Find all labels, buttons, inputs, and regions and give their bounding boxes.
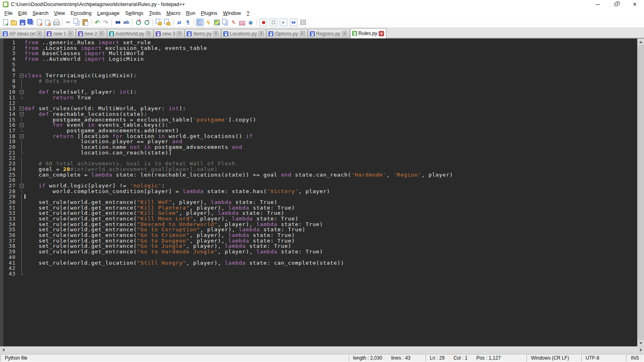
folder-workspace-icon[interactable] <box>238 19 246 26</box>
code-line[interactable]: 33 set_rule(world.get_entrance("Kill Moo… <box>3 216 637 222</box>
menu-item-run[interactable]: Run <box>183 10 198 17</box>
status-insert-mode[interactable]: INS <box>626 354 644 362</box>
code-line[interactable]: 23 # 88 total achievements. Goal is to d… <box>3 161 637 167</box>
fold-collapse-icon[interactable] <box>18 106 25 111</box>
new-file-icon[interactable] <box>2 19 9 26</box>
macro-save-icon[interactable] <box>299 19 307 26</box>
code-line[interactable]: 19 location.player == player and <box>3 139 637 144</box>
tab-autoworld-py[interactable]: AutoWorld.py× <box>107 29 154 38</box>
replace-icon[interactable] <box>122 19 130 26</box>
code-line[interactable]: 14 def reachable_locations(state): <box>3 111 637 117</box>
word-wrap-icon[interactable] <box>175 19 183 26</box>
tab-options-py[interactable]: Options.py× <box>266 29 307 38</box>
vertical-scroll-track[interactable] <box>638 45 644 340</box>
copy-icon[interactable] <box>73 19 80 26</box>
tab-new-3[interactable]: new 3× <box>154 29 184 38</box>
close-file-icon[interactable] <box>35 19 43 26</box>
code-line[interactable]: 5 <box>3 62 637 68</box>
code-line[interactable]: 18 return [location for location in worl… <box>3 134 637 139</box>
code-line[interactable]: 38 set_rule(world.get_entrance("Go to Ju… <box>3 243 637 249</box>
code-line[interactable]: 29 <box>3 194 637 200</box>
code-line[interactable]: 17 postgame_advancements.add(event) <box>3 128 637 134</box>
code-line[interactable]: 15 postgame_advancements = exclusion_tab… <box>3 117 637 123</box>
close-button[interactable] <box>625 0 644 9</box>
menu-item-plugins[interactable]: Plugins <box>198 10 220 17</box>
sync-vertical-icon[interactable] <box>155 19 163 26</box>
code-line[interactable]: 4from ..AutoWorld import LogicMixin <box>3 56 637 62</box>
code-line[interactable]: 16 for event in events_table.keys(): <box>3 122 637 128</box>
close-tab-icon[interactable]: × <box>300 31 305 36</box>
function-list-icon[interactable] <box>204 19 212 26</box>
menu-item-window[interactable]: Window <box>220 10 244 17</box>
show-all-chars-icon[interactable] <box>184 19 192 26</box>
code-line[interactable]: 22 <box>3 155 637 161</box>
code-line[interactable]: 35 set_rule(world.get_entrance("Go to Co… <box>3 227 637 232</box>
fold-collapse-icon[interactable] <box>18 73 25 78</box>
code-line[interactable]: 27 if world.logic[player] != 'nologic': <box>3 183 637 189</box>
sync-horizontal-icon[interactable] <box>163 19 171 26</box>
fold-collapse-icon[interactable] <box>18 134 25 139</box>
code-line[interactable]: 41 set_rule(world.get_location("Still Hu… <box>3 260 637 266</box>
redo-icon[interactable] <box>102 19 109 26</box>
tab-ap-ideas-txt[interactable]: AP Ideas.txt× <box>1 29 44 38</box>
menu-item-macro[interactable]: Macro <box>163 10 183 17</box>
code-line[interactable]: 31 set_rule(world.get_entrance("Kill Pla… <box>3 205 637 211</box>
fold-collapse-icon[interactable] <box>18 89 25 95</box>
close-tab-icon[interactable]: × <box>68 31 73 36</box>
tab-items-py[interactable]: Items.py× <box>185 29 221 38</box>
menu-item-language[interactable]: Language <box>94 10 122 17</box>
close-tab-icon[interactable]: × <box>258 31 264 36</box>
close-tab-icon[interactable]: × <box>99 31 104 36</box>
fold-collapse-icon[interactable] <box>18 122 25 128</box>
menu-item-file[interactable]: File <box>2 10 15 17</box>
code-lines[interactable]: 1from ..generic.Rules import set_rule2fr… <box>3 39 637 346</box>
close-tab-icon[interactable]: × <box>213 31 219 36</box>
minimize-button[interactable] <box>588 0 607 9</box>
code-line[interactable]: 13def set_rules(world: MultiWorld, playe… <box>3 106 637 111</box>
tab-regions-py[interactable]: Regions.py× <box>308 29 350 38</box>
code-line[interactable]: 11 return True <box>3 95 637 101</box>
fold-collapse-icon[interactable] <box>18 111 25 117</box>
menu-item-help[interactable]: ? <box>244 10 252 17</box>
tab-locations-py[interactable]: Locations.py× <box>221 29 266 38</box>
paste-icon[interactable] <box>81 19 89 26</box>
document-list-icon[interactable] <box>221 19 229 26</box>
code-line[interactable]: 7class TerrariaLogic(LogicMixin): <box>3 73 637 78</box>
code-line[interactable]: 32 set_rule(world.get_entrance("Kill Gol… <box>3 210 637 216</box>
code-line[interactable]: 25 can_complete = lambda state: len(reac… <box>3 172 637 178</box>
close-tab-icon[interactable]: × <box>379 31 384 36</box>
code-line[interactable]: 26 <box>3 177 637 183</box>
code-line[interactable]: 34 set_rule(world.get_entrance("Descend … <box>3 222 637 227</box>
close-tab-icon[interactable]: × <box>37 31 42 36</box>
print-icon[interactable] <box>52 19 60 26</box>
scroll-down-icon[interactable] <box>638 340 644 346</box>
code-line[interactable]: 42 <box>3 265 637 271</box>
close-tab-icon[interactable]: × <box>177 31 182 36</box>
code-line[interactable]: 6 <box>3 67 637 73</box>
code-line[interactable]: 2from .Locations import exclusion_table,… <box>3 45 637 51</box>
menu-item-search[interactable]: Search <box>30 10 52 17</box>
code-line[interactable]: 40 <box>3 255 637 260</box>
code-line[interactable]: 3from BaseClasses import MultiWorld <box>3 51 637 56</box>
indent-guide-icon[interactable] <box>196 19 204 26</box>
code-line[interactable]: 39 set_rule(world.get_entrance("Go to Ha… <box>3 249 637 255</box>
menu-item-view[interactable]: View <box>51 10 68 17</box>
macro-record-icon[interactable] <box>260 19 267 26</box>
horizontal-scrollbar[interactable] <box>0 346 644 353</box>
save-icon[interactable] <box>19 19 26 26</box>
find-icon[interactable] <box>114 19 122 26</box>
code-line[interactable]: 37 set_rule(world.get_entrance("Go to Du… <box>3 238 637 244</box>
scroll-right-icon[interactable] <box>638 347 644 353</box>
open-file-icon[interactable] <box>10 19 18 26</box>
zoom-out-icon[interactable] <box>143 19 151 26</box>
menu-item-settings[interactable]: Settings <box>122 10 146 17</box>
status-eol-format[interactable]: Windows (CR LF) <box>526 354 581 362</box>
tab-rules-py[interactable]: Rules.py× <box>350 28 387 38</box>
code-line[interactable]: 12 <box>3 101 637 106</box>
cut-icon[interactable] <box>64 19 72 26</box>
tab-new-2[interactable]: new 2× <box>76 29 107 38</box>
code-line[interactable]: 21 location.can_reach(state)] <box>3 150 637 156</box>
scroll-up-icon[interactable] <box>638 39 644 45</box>
code-line[interactable]: 1from ..generic.Rules import set_rule <box>3 40 637 45</box>
code-line[interactable]: 28 world.completion_condition[player] = … <box>3 189 637 194</box>
